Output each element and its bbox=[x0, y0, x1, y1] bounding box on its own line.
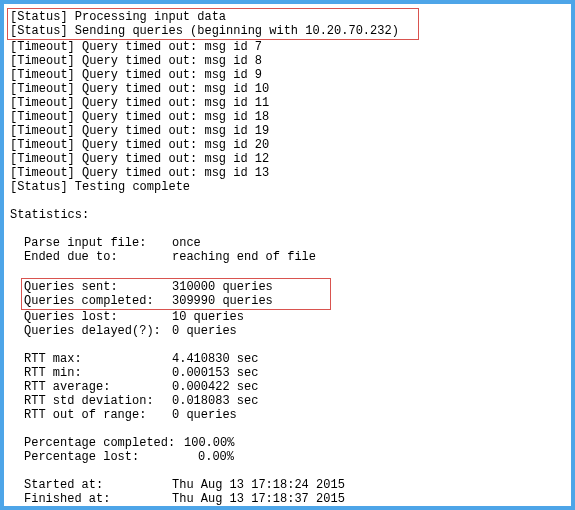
stat-label: Queries completed: bbox=[24, 294, 172, 308]
timeout-line: [Timeout] Query timed out: msg id 20 bbox=[10, 138, 565, 152]
stats-group-rtt: RTT max:4.410830 sec RTT min:0.000153 se… bbox=[10, 352, 565, 422]
stat-label: Percentage lost: bbox=[24, 450, 198, 464]
timeout-line: [Timeout] Query timed out: msg id 11 bbox=[10, 96, 565, 110]
stat-queries-sent: Queries sent:310000 queries bbox=[24, 280, 328, 294]
stat-value: 0.00% bbox=[198, 450, 234, 464]
stat-rtt-oor: RTT out of range:0 queries bbox=[24, 408, 565, 422]
stat-value: Thu Aug 13 17:18:37 2015 bbox=[172, 492, 345, 506]
stat-value: 0.000422 sec bbox=[172, 380, 258, 394]
stat-finished: Finished at:Thu Aug 13 17:18:37 2015 bbox=[24, 492, 565, 506]
stat-label: RTT out of range: bbox=[24, 408, 172, 422]
stats-group-time: Started at:Thu Aug 13 17:18:24 2015 Fini… bbox=[10, 478, 565, 506]
stat-value: 0.000153 sec bbox=[172, 366, 258, 380]
timeout-line: [Timeout] Query timed out: msg id 18 bbox=[10, 110, 565, 124]
stat-label: Queries sent: bbox=[24, 280, 172, 294]
stat-value: 4.410830 sec bbox=[172, 352, 258, 366]
stat-label: Queries delayed(?): bbox=[24, 324, 172, 338]
stat-rtt-min: RTT min:0.000153 sec bbox=[24, 366, 565, 380]
status-line: [Status] Processing input data bbox=[10, 10, 416, 24]
stat-value: 100.00% bbox=[184, 436, 234, 450]
stat-queries-lost: Queries lost:10 queries bbox=[24, 310, 565, 324]
stat-value: Thu Aug 13 17:18:24 2015 bbox=[172, 478, 345, 492]
stat-label: Started at: bbox=[24, 478, 172, 492]
stat-value: 309990 queries bbox=[172, 294, 273, 308]
stat-started: Started at:Thu Aug 13 17:18:24 2015 bbox=[24, 478, 565, 492]
status-line: [Status] Sending queries (beginning with… bbox=[10, 24, 416, 38]
stat-label: RTT std deviation: bbox=[24, 394, 172, 408]
timeout-line: [Timeout] Query timed out: msg id 7 bbox=[10, 40, 565, 54]
stat-rtt-std: RTT std deviation:0.018083 sec bbox=[24, 394, 565, 408]
stat-pct-complete: Percentage completed:100.00% bbox=[24, 436, 565, 450]
timeout-line: [Timeout] Query timed out: msg id 13 bbox=[10, 166, 565, 180]
stat-value: 10 queries bbox=[172, 310, 244, 324]
stats-group-pct: Percentage completed:100.00% Percentage … bbox=[10, 436, 565, 464]
stat-label: RTT max: bbox=[24, 352, 172, 366]
stat-pct-lost: Percentage lost:0.00% bbox=[24, 450, 565, 464]
stat-value: 0.018083 sec bbox=[172, 394, 258, 408]
stat-ended-due: Ended due to:reaching end of file bbox=[24, 250, 565, 264]
timeout-line: [Timeout] Query timed out: msg id 9 bbox=[10, 68, 565, 82]
stat-label: Queries lost: bbox=[24, 310, 172, 324]
timeout-line: [Timeout] Query timed out: msg id 10 bbox=[10, 82, 565, 96]
stat-value: 0 queries bbox=[172, 324, 237, 338]
highlight-status-block: [Status] Processing input data [Status] … bbox=[7, 8, 419, 40]
stat-label: Finished at: bbox=[24, 492, 172, 506]
timeout-line: [Timeout] Query timed out: msg id 12 bbox=[10, 152, 565, 166]
timeout-line: [Timeout] Query timed out: msg id 8 bbox=[10, 54, 565, 68]
statistics-header: Statistics: bbox=[10, 208, 565, 222]
stat-label: Parse input file: bbox=[24, 236, 172, 250]
highlight-queries-block: Queries sent:310000 queries Queries comp… bbox=[21, 278, 331, 310]
stat-queries-delayed: Queries delayed(?):0 queries bbox=[24, 324, 565, 338]
stat-parse-input: Parse input file:once bbox=[24, 236, 565, 250]
stats-group-input: Parse input file:once Ended due to:reach… bbox=[10, 236, 565, 264]
stat-label: Percentage completed: bbox=[24, 436, 184, 450]
console-output: [Status] Processing input data [Status] … bbox=[4, 4, 571, 506]
stat-label: Ended due to: bbox=[24, 250, 172, 264]
stat-queries-completed: Queries completed:309990 queries bbox=[24, 294, 328, 308]
stat-label: RTT average: bbox=[24, 380, 172, 394]
timeout-line: [Timeout] Query timed out: msg id 19 bbox=[10, 124, 565, 138]
stat-rtt-max: RTT max:4.410830 sec bbox=[24, 352, 565, 366]
stat-value: 0 queries bbox=[172, 408, 237, 422]
stat-rtt-avg: RTT average:0.000422 sec bbox=[24, 380, 565, 394]
stat-value: once bbox=[172, 236, 201, 250]
stat-label: RTT min: bbox=[24, 366, 172, 380]
stat-value: 310000 queries bbox=[172, 280, 273, 294]
status-complete-line: [Status] Testing complete bbox=[10, 180, 565, 194]
stat-value: reaching end of file bbox=[172, 250, 316, 264]
